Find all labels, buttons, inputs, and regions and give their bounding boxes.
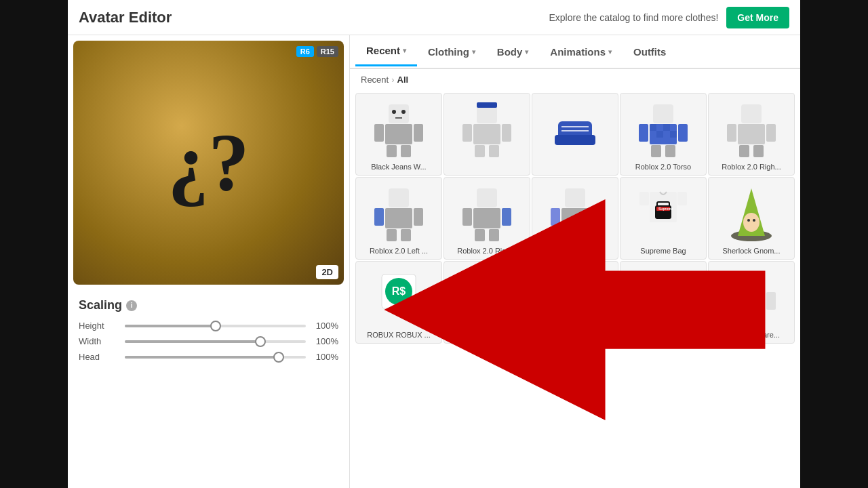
svg-point-6 (392, 110, 396, 114)
svg-rect-77 (577, 313, 587, 325)
item-thumbnail (456, 99, 517, 160)
badge-r6[interactable]: R6 (296, 46, 314, 57)
svg-rect-11 (462, 124, 472, 142)
item-name: Cheestrings Str... (447, 331, 527, 339)
svg-rect-84 (741, 272, 762, 291)
svg-rect-33 (766, 124, 776, 142)
tab-animations[interactable]: Animations ▾ (539, 38, 623, 66)
chevron-down-icon: ▾ (472, 48, 475, 56)
height-slider-row: Height 100% (79, 321, 338, 331)
svg-rect-29 (665, 145, 675, 157)
left-panel: R6 R15 ¿? 2D Scaling i Height (68, 35, 349, 488)
svg-point-7 (401, 110, 406, 114)
breadcrumb-parent[interactable]: Recent (361, 75, 389, 85)
list-item[interactable]: R$ ROBUX ROBUX ... (355, 261, 442, 344)
item-name: SemiTranspare... (711, 331, 791, 339)
svg-rect-43 (473, 208, 500, 228)
list-item[interactable]: Supreme Supreme Bag (620, 177, 707, 260)
list-item[interactable]: Roblox 2.0 Righ... (708, 93, 795, 176)
badge-2d[interactable]: 2D (316, 265, 338, 279)
width-slider-thumb[interactable] (255, 336, 266, 347)
svg-point-65 (753, 219, 755, 222)
width-slider-track[interactable] (125, 340, 306, 343)
svg-rect-26 (639, 124, 648, 142)
list-item[interactable]: Roblox 2.0 Torso (620, 93, 707, 176)
tab-clothing[interactable]: Clothing ▾ (417, 38, 486, 66)
svg-rect-48 (565, 188, 585, 207)
svg-rect-53 (577, 229, 587, 241)
svg-rect-72 (565, 272, 585, 291)
svg-rect-28 (651, 145, 661, 157)
items-grid: Black Jeans W... (350, 90, 800, 346)
svg-rect-12 (502, 124, 511, 142)
svg-rect-25 (670, 131, 677, 138)
head-slider-track[interactable] (125, 356, 306, 359)
badge-r15[interactable]: R15 (317, 46, 338, 57)
svg-rect-55 (639, 192, 649, 205)
scaling-section: Scaling i Height 100% Width (68, 290, 349, 375)
item-name: ROBLOX Jacket (535, 331, 615, 339)
item-thumbnail: Supreme (633, 183, 694, 244)
width-slider-row: Width 100% (79, 336, 338, 346)
svg-rect-87 (766, 292, 776, 310)
scaling-title: Scaling i (79, 298, 338, 312)
list-item[interactable] (532, 93, 618, 176)
list-item[interactable]: Roblox 2.0 Righ... (443, 177, 530, 260)
breadcrumb-current: All (397, 75, 409, 85)
svg-rect-50 (551, 208, 560, 226)
svg-rect-45 (502, 208, 511, 226)
svg-point-63 (743, 213, 760, 232)
svg-rect-47 (489, 229, 499, 241)
head-slider-thumb[interactable] (273, 352, 284, 363)
height-slider-thumb[interactable] (210, 321, 221, 331)
item-thumbnail (368, 183, 429, 244)
get-more-button[interactable]: Get More (726, 7, 789, 28)
list-item[interactable]: Sherlock Gnom... (708, 177, 795, 260)
chevron-down-icon: ▾ (403, 47, 406, 54)
head-slider-fill (125, 356, 279, 359)
tab-recent[interactable]: Recent ▾ (355, 37, 417, 66)
item-name: Supreme Bag (623, 247, 703, 255)
item-thumbnail (368, 99, 429, 160)
svg-rect-35 (753, 145, 764, 157)
svg-rect-20 (653, 104, 673, 123)
svg-rect-38 (374, 208, 384, 226)
item-thumbnail (721, 267, 782, 328)
list-item[interactable]: Black Jeans W... (355, 93, 442, 176)
svg-rect-74 (551, 292, 560, 310)
height-slider-fill (125, 325, 216, 327)
body-area: R6 R15 ¿? 2D Scaling i Height (68, 35, 800, 488)
breadcrumb-separator: › (391, 75, 394, 85)
svg-rect-2 (374, 124, 384, 142)
tab-body[interactable]: Body ▾ (486, 38, 540, 66)
svg-rect-89 (753, 313, 764, 325)
svg-rect-31 (738, 124, 765, 144)
svg-rect-44 (462, 208, 472, 226)
tab-outfits[interactable]: Outfits (623, 38, 677, 66)
svg-rect-52 (563, 229, 573, 241)
svg-rect-76 (563, 313, 573, 325)
item-name: Roblox 2.0 Left ... (535, 247, 615, 255)
right-black-bar (800, 0, 868, 488)
svg-text:R: R (660, 296, 667, 307)
svg-rect-14 (489, 145, 499, 157)
item-thumbnail (721, 99, 782, 160)
svg-rect-23 (656, 131, 663, 138)
head-value: 100% (311, 352, 338, 362)
height-slider-track[interactable] (125, 325, 306, 327)
list-item[interactable]: SemiTranspare... (708, 261, 795, 344)
item-name: Roblox 2.0 Torso (623, 163, 703, 171)
list-item[interactable]: Cheestrings Str... (443, 261, 530, 344)
list-item[interactable]: Roblox 2.0 Left ... (532, 177, 618, 260)
svg-point-64 (747, 219, 750, 222)
width-value: 100% (311, 336, 338, 346)
list-item[interactable] (443, 93, 530, 176)
svg-rect-46 (475, 229, 485, 241)
list-item[interactable]: R Red Roblox Cap (620, 261, 707, 344)
nav-tabs: Recent ▾ Clothing ▾ Body ▾ Animations ▾ … (350, 35, 800, 69)
scaling-info-icon[interactable]: i (126, 300, 137, 311)
item-name: Sherlock Gnom... (711, 247, 791, 255)
list-item[interactable]: ROBLOX Jacket (532, 261, 618, 344)
list-item[interactable]: Roblox 2.0 Left ... (355, 177, 442, 260)
item-thumbnail (545, 267, 606, 328)
